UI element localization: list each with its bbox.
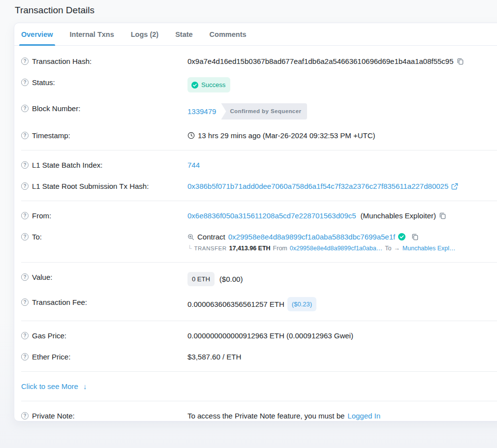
block-number-label: Block Number:	[32, 103, 80, 114]
copy-icon[interactable]	[411, 233, 419, 240]
l1-state-root-tx-hash-link[interactable]: 0x386b5f071b71add0dee7060a758d6a1f54c7f3…	[187, 181, 448, 191]
row-l1-state-root-tx-hash: ? L1 State Root Submission Tx Hash: 0x38…	[21, 176, 497, 197]
arrow-down-icon: ↓	[83, 382, 87, 390]
help-icon[interactable]: ?	[21, 412, 29, 419]
divider	[21, 401, 497, 401]
help-icon[interactable]: ?	[21, 332, 29, 339]
transfer-from-link[interactable]: 0x29958e8e4d8a9899cf1a0aba…	[290, 244, 382, 253]
to-contract-prefix: Contract	[197, 232, 225, 242]
transaction-details-card: Overview Internal Txns Logs (2) State Co…	[14, 23, 497, 421]
l1-state-root-tx-hash-label: L1 State Root Submission Tx Hash:	[32, 181, 149, 191]
to-label: To:	[32, 232, 42, 242]
row-from: ? From: 0x6e8836f050a315611208a5cd7e2287…	[21, 205, 497, 226]
transaction-fee-label: Transaction Fee:	[32, 297, 87, 307]
row-transaction-fee: ? Transaction Fee: 0.000063606356561257 …	[21, 292, 497, 317]
help-icon[interactable]: ?	[21, 182, 29, 190]
divider	[21, 262, 497, 263]
help-icon[interactable]: ?	[21, 161, 29, 169]
row-gas-price: ? Gas Price: 0.000000000000912963 ETH (0…	[21, 325, 497, 346]
magnifier-icon[interactable]	[187, 234, 194, 240]
overview-panel: ? Transaction Hash: 0x9a7e4d16ed15b0367b…	[14, 46, 497, 421]
row-ether-price: ? Ether Price: $3,587.60 / ETH	[21, 346, 497, 367]
logged-in-link[interactable]: Logged In	[347, 411, 380, 421]
help-icon[interactable]: ?	[21, 132, 29, 139]
row-timestamp: ? Timestamp: 13 hrs 29 mins ago (Mar-26-…	[21, 125, 497, 146]
row-transaction-hash: ? Transaction Hash: 0x9a7e4d16ed15b0367b…	[21, 51, 497, 72]
transfer-subrow: └ TRANSFER 17,413.96 ETH From 0x29958e8e…	[187, 244, 497, 253]
l1-state-batch-index-link[interactable]: 744	[187, 160, 200, 170]
from-address-link[interactable]: 0x6e8836f050a315611208a5cd7e228701563d09…	[187, 210, 356, 221]
transaction-hash-label: Transaction Hash:	[32, 56, 92, 66]
transaction-hash-value: 0x9a7e4d16ed15b0367b8ad677eaf1db6a2a5466…	[187, 56, 454, 66]
confirmed-by-sequencer-badge: Confirmed by Sequencer	[221, 103, 307, 119]
status-badge: Success	[187, 77, 230, 92]
tab-logs[interactable]: Logs (2)	[131, 23, 158, 45]
gas-price-value: 0.000000000000912963 ETH (0.000912963 Gw…	[187, 330, 353, 341]
help-icon[interactable]: ?	[21, 233, 29, 240]
row-block-number: ? Block Number: 1339479 Confirmed by Seq…	[21, 98, 497, 125]
value-label: Value:	[32, 272, 52, 282]
l1-state-batch-index-label: L1 State Batch Index:	[32, 160, 102, 170]
help-icon[interactable]: ?	[21, 273, 29, 281]
clock-icon	[187, 132, 195, 139]
transfer-action: TRANSFER	[194, 244, 227, 253]
tab-comments[interactable]: Comments	[210, 23, 247, 45]
tab-internal-txns[interactable]: Internal Txns	[70, 23, 114, 45]
corner-icon: └	[187, 244, 192, 253]
copy-icon[interactable]	[457, 58, 464, 65]
tab-state[interactable]: State	[175, 23, 192, 45]
row-l1-state-batch-index: ? L1 State Batch Index: 744	[21, 154, 497, 176]
help-icon[interactable]: ?	[21, 353, 29, 360]
ether-price-label: Ether Price:	[32, 352, 70, 362]
help-icon[interactable]: ?	[21, 299, 29, 306]
from-label: From:	[32, 210, 51, 221]
help-icon[interactable]: ?	[21, 58, 29, 65]
arrow-right-icon: →	[394, 244, 400, 253]
private-note-label: Private Note:	[32, 411, 75, 421]
row-status: ? Status: Success	[21, 72, 497, 98]
value-amount-badge: 0 ETH	[187, 272, 215, 286]
ether-price-value: $3,587.60 / ETH	[187, 352, 241, 362]
verified-check-icon	[398, 233, 405, 240]
divider	[21, 201, 497, 201]
transaction-fee-amount: 0.000063606356561257 ETH	[187, 299, 284, 309]
tabbar: Overview Internal Txns Logs (2) State Co…	[14, 23, 497, 46]
page-title: Transaction Details	[15, 4, 497, 16]
copy-icon[interactable]	[439, 212, 446, 219]
help-icon[interactable]: ?	[21, 105, 29, 112]
divider	[21, 150, 497, 150]
private-note-text: To access the Private Note feature, you …	[187, 411, 344, 421]
row-private-note: ? Private Note: To access the Private No…	[21, 405, 497, 421]
transfer-amount: 17,413.96 ETH	[229, 244, 271, 253]
check-circle-icon	[191, 82, 198, 89]
row-value: ? Value: 0 ETH ($0.00)	[21, 267, 497, 292]
gas-price-label: Gas Price:	[32, 330, 66, 341]
divider	[21, 321, 497, 321]
transfer-to-link[interactable]: Munchables Expl…	[403, 244, 456, 253]
from-name-tag: (Munchables Exploiter)	[361, 210, 436, 221]
divider	[21, 371, 497, 372]
value-usd: ($0.00)	[219, 274, 243, 284]
external-link-icon[interactable]	[451, 183, 458, 190]
block-number-link[interactable]: 1339479	[187, 106, 216, 117]
transaction-fee-usd-badge: ($0.23)	[287, 297, 316, 311]
help-icon[interactable]: ?	[21, 79, 29, 86]
status-label: Status:	[32, 77, 55, 88]
to-address-link[interactable]: 0x29958e8e4d8a9899cf1a0aba5883dbc7699a5e…	[228, 232, 396, 242]
timestamp-value: 13 hrs 29 mins ago (Mar-26-2024 09:32:53…	[198, 130, 375, 141]
page: Transaction Details Overview Internal Tx…	[0, 0, 497, 421]
row-to: ? To: Contract 0x29958e8e4d8a9899cf1a0ab…	[21, 226, 497, 258]
see-more-link[interactable]: Click to see More ↓	[21, 376, 87, 397]
tab-overview[interactable]: Overview	[21, 23, 53, 45]
timestamp-label: Timestamp:	[32, 130, 70, 141]
help-icon[interactable]: ?	[21, 212, 29, 219]
